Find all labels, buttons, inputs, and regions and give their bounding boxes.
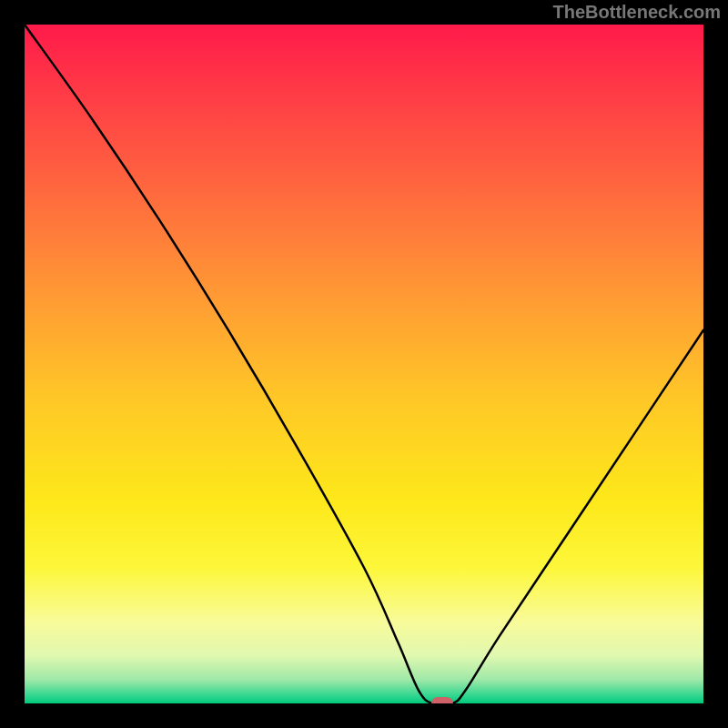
watermark-text: TheBottleneck.com — [553, 2, 721, 23]
plot-area — [25, 25, 703, 703]
bottleneck-curve — [25, 25, 703, 703]
chart-container: TheBottleneck.com — [0, 0, 728, 728]
optimal-marker — [431, 697, 453, 703]
